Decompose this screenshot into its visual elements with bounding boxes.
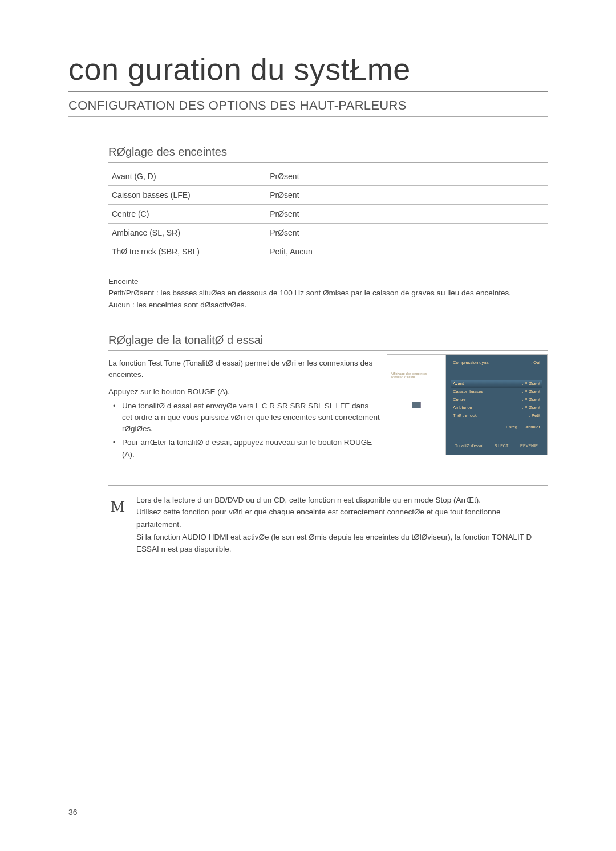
speaker-value: PrØsent [266, 186, 548, 205]
screenshot-thumb-icon [412, 402, 421, 408]
speaker-value: PrØsent [266, 224, 548, 242]
testtone-press: Appuyez sur le bouton ROUGE (A). [108, 386, 380, 398]
screenshot-row-label: Caisson basses [453, 388, 483, 395]
speaker-value: Petit, Aucun [266, 242, 548, 261]
testtone-bullet: Pour arrŒter la tonalitØ d essai, appuye… [120, 437, 380, 460]
ui-screenshot: Affichage des enceintes TonalitØ d'essai… [387, 354, 548, 455]
speaker-settings-table: Avant (G, D) PrØsent Caisson basses (LFE… [108, 167, 548, 261]
speaker-label: Ambiance (SL, SR) [108, 224, 266, 242]
note-block: M Lors de la lecture d un BD/DVD ou d un… [108, 485, 548, 556]
speaker-settings-title: RØglage des enceintes [108, 145, 548, 163]
screenshot-row-label: Ambiance [453, 404, 472, 411]
table-row: Ambiance (SL, SR) PrØsent [108, 224, 548, 242]
content-area: RØglage des enceintes Avant (G, D) PrØse… [108, 145, 548, 556]
testtone-block: La fonction Test Tone (TonalitØ d essai)… [108, 354, 548, 463]
note-line: Lors de la lecture d un BD/DVD ou d un C… [136, 494, 548, 506]
testtone-bullet: Une tonalitØ d essai est envoyØe vers L … [120, 400, 380, 435]
desc-heading: Enceinte [108, 276, 548, 287]
speaker-value: PrØsent [266, 205, 548, 224]
screenshot-footer-nav: TonalitØ d'essai [455, 443, 483, 449]
speaker-label: Caisson basses (LFE) [108, 186, 266, 205]
speaker-label: Centre (C) [108, 205, 266, 224]
testtone-text-col: La fonction Test Tone (TonalitØ d essai)… [108, 354, 380, 463]
screenshot-top-left: Compression dyna [453, 359, 489, 366]
main-title: con guration du systŁme [68, 51, 548, 92]
desc-line: Petit/PrØsent : les basses situØes en de… [108, 287, 548, 299]
testtone-intro: La fonction Test Tone (TonalitØ d essai)… [108, 358, 380, 381]
speaker-value: PrØsent [266, 167, 548, 186]
section-title: CONFIGURATION DES OPTIONS DES HAUT-PARLE… [68, 98, 548, 117]
screenshot-right-pane: Compression dyna : Oui Avant : PrØsent C… [446, 355, 547, 455]
table-row: ThØ tre rock (SBR, SBL) Petit, Aucun [108, 242, 548, 261]
screenshot-row-label: Avant [453, 380, 464, 387]
note-icon: M [108, 494, 136, 520]
table-row: Avant (G, D) PrØsent [108, 167, 548, 186]
table-row: Centre (C) PrØsent [108, 205, 548, 224]
testtone-title: RØglage de la tonalitØ d essai [108, 334, 548, 351]
screenshot-footer-nav: REVENIR [520, 443, 538, 449]
screenshot-row-label: ThØ tre rock [453, 412, 477, 419]
speaker-label: ThØ tre rock (SBR, SBL) [108, 242, 266, 261]
screenshot-action: Enreg. [506, 424, 518, 431]
screenshot-row-value: : PrØsent [522, 388, 540, 395]
speaker-description: Enceinte Petit/PrØsent : les basses situ… [108, 276, 548, 311]
desc-line: Aucun : les enceintes sont dØsactivØes. [108, 299, 548, 311]
screenshot-row-value: : Petit [529, 412, 540, 419]
speaker-label: Avant (G, D) [108, 167, 266, 186]
note-line: Si la fonction AUDIO HDMI est activØe (l… [136, 531, 548, 556]
page: con guration du systŁme CONFIGURATION DE… [0, 0, 616, 578]
screenshot-footer-nav: S LECT. [495, 443, 509, 449]
testtone-steps: Appuyez sur le bouton ROUGE (A). Une ton… [108, 386, 380, 460]
page-number: 36 [68, 808, 78, 817]
screenshot-action: Annuler [525, 424, 540, 431]
table-row: Caisson basses (LFE) PrØsent [108, 186, 548, 205]
screenshot-left-pane: Affichage des enceintes TonalitØ d'essai [387, 355, 446, 455]
note-text: Lors de la lecture d un BD/DVD ou d un C… [136, 494, 548, 556]
screenshot-row-value: : PrØsent [522, 396, 540, 403]
screenshot-row-value: : PrØsent [522, 404, 540, 411]
leftmenu-item-selected: TonalitØ d'essai [391, 375, 442, 379]
note-line: Utilisez cette fonction pour vØri er que… [136, 506, 548, 530]
screenshot-top-right: : Oui [531, 359, 540, 366]
screenshot-row-value: : PrØsent [522, 380, 540, 387]
screenshot-row-label: Centre [453, 396, 466, 403]
